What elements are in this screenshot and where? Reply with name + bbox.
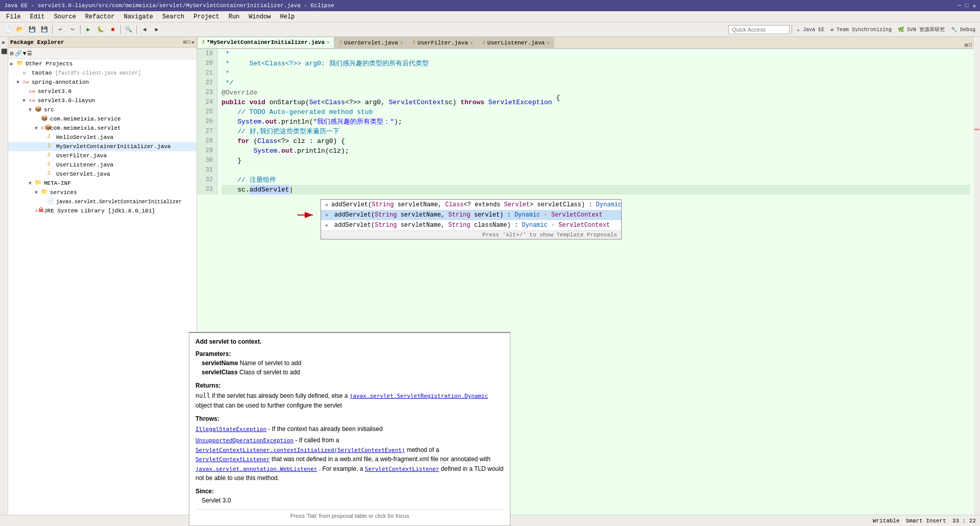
save-button[interactable]: 💾 bbox=[27, 24, 38, 35]
jd-context-initialized-link[interactable]: ServletContextListener.contextInitialize… bbox=[195, 447, 405, 453]
editor-scrollbar[interactable] bbox=[974, 37, 980, 526]
menu-run[interactable]: Run bbox=[225, 12, 244, 21]
tree-src[interactable]: ▼ 📦 src bbox=[8, 105, 197, 114]
package-icon: 📦 bbox=[41, 115, 49, 123]
ac-return-type-2: - ServletContext bbox=[544, 211, 603, 219]
run-button[interactable]: ▶ bbox=[83, 24, 94, 35]
menu-help[interactable]: Help bbox=[276, 12, 299, 21]
undo-button[interactable]: ↩ bbox=[55, 24, 66, 35]
jd-unsupported-link[interactable]: UnsupportedOperationException bbox=[195, 437, 293, 444]
new-button[interactable]: 📄 bbox=[2, 24, 13, 35]
jd-returns-suffix: object that can be used to further confi… bbox=[195, 402, 342, 409]
tree-servlet30[interactable]: ⚠☕ servlet3.0 bbox=[8, 87, 197, 96]
pe-title: Package Explorer bbox=[10, 39, 64, 45]
folder-icon: 📁 bbox=[35, 179, 43, 187]
team-sync-perspective[interactable]: ⇄ Team Synchronizing bbox=[828, 24, 894, 35]
tree-other-projects[interactable]: ▶ 📁 Other Projects bbox=[8, 59, 197, 68]
jd-weblistener-link[interactable]: javax.servlet.annotation.WebListener bbox=[195, 466, 317, 472]
pe-filter-btn[interactable]: ▼ bbox=[23, 51, 27, 57]
next-button[interactable]: ▶ bbox=[151, 24, 162, 35]
pe-maximize[interactable]: □ bbox=[187, 39, 190, 45]
tree-servlet-pkg[interactable]: ▼ ⚠📦 com.meimeixia.servlet bbox=[8, 124, 197, 133]
java-icon: J bbox=[47, 152, 55, 160]
ac-item-3[interactable]: ◈ addServlet(String servletName, String … bbox=[321, 220, 621, 230]
menu-window[interactable]: Window bbox=[244, 12, 275, 21]
tree-servlet30-liayun[interactable]: ▼ ⚠☕ servlet3.0-liayun bbox=[8, 96, 197, 105]
menu-search[interactable]: Search bbox=[158, 12, 188, 21]
menu-file[interactable]: File bbox=[2, 12, 25, 21]
quick-access-input[interactable] bbox=[728, 25, 790, 34]
tab-userservlet[interactable]: J UserServlet.java ✕ bbox=[334, 37, 408, 48]
save-all-button[interactable]: 💾 bbox=[39, 24, 50, 35]
tree-metainf[interactable]: ▼ 📁 META-INF bbox=[8, 179, 197, 188]
java-icon: J bbox=[47, 133, 55, 141]
svn-perspective[interactable]: 🌿 SVN 资源库研究 bbox=[895, 24, 947, 35]
code-line-31 bbox=[222, 165, 970, 175]
menu-navigate[interactable]: Navigate bbox=[119, 12, 157, 21]
menu-source[interactable]: Source bbox=[50, 12, 80, 21]
code-lines: * * Set<Class<?>> arg0: 我们感兴趣的类型的所有后代类型 … bbox=[217, 49, 974, 195]
left-icon-2[interactable]: ⬛ bbox=[1, 48, 8, 55]
jd-null-text: null if the servlet has already been ful… bbox=[195, 392, 350, 399]
window-title: Java EE - servlet3.0-liayun/src/com/meim… bbox=[4, 3, 334, 9]
jd-context-listener-link-2[interactable]: ServletContextListener bbox=[365, 466, 439, 472]
open-button[interactable]: 📂 bbox=[14, 24, 26, 35]
pe-link-btn[interactable]: 🔗 bbox=[15, 50, 22, 57]
javadoc-panel: Add servlet to context. Parameters: serv… bbox=[189, 332, 510, 526]
tab-label: UserListener.java bbox=[487, 40, 545, 46]
folder-icon: 📁 bbox=[41, 188, 49, 197]
tab-close[interactable]: ✕ bbox=[327, 39, 330, 45]
tree-javax-servlet[interactable]: 📄 javax.servlet.ServletContainerInitiali… bbox=[8, 197, 197, 206]
tab-close[interactable]: ✕ bbox=[470, 40, 473, 46]
pe-header: Package Explorer ⧈ □ ✕ bbox=[8, 37, 197, 48]
pe-menu-btn[interactable]: ☰ bbox=[27, 50, 32, 57]
debug-perspective[interactable]: 🔧 Debug bbox=[948, 24, 978, 35]
tab-close[interactable]: ✕ bbox=[400, 40, 403, 46]
maximize-button[interactable]: □ bbox=[965, 3, 969, 9]
close-button[interactable]: ✕ bbox=[972, 3, 976, 9]
tree-userservlet[interactable]: J UserServlet.java bbox=[8, 170, 197, 179]
tree-userlistener[interactable]: J UserListener.java bbox=[8, 160, 197, 170]
tree-services[interactable]: ▼ 📁 services bbox=[8, 188, 197, 197]
separator-2 bbox=[80, 25, 81, 34]
jd-registration-link[interactable]: javax.servlet.ServletRegistration.Dynami… bbox=[350, 393, 488, 399]
redo-button[interactable]: ↪ bbox=[67, 24, 78, 35]
menu-edit[interactable]: Edit bbox=[26, 12, 49, 21]
tree-label: UserServlet.java bbox=[56, 171, 110, 177]
code-line-26: System.out.println("我们感兴趣的所有类型："); bbox=[222, 117, 970, 127]
pe-minimize[interactable]: ⧈ bbox=[183, 39, 186, 45]
tree-myservlet[interactable]: J MyServletContainerInitializer.java bbox=[8, 142, 197, 151]
tab-myservlet[interactable]: J *MyServletContainerInitializer.java ✕ bbox=[197, 37, 334, 48]
tree-jre[interactable]: ⚠🏛 JRE System Library [jdk1.8.0_181] bbox=[8, 206, 197, 216]
pe-close[interactable]: ✕ bbox=[191, 39, 194, 45]
prev-button[interactable]: ◀ bbox=[139, 24, 150, 35]
pe-collapse-btn[interactable]: ⊟ bbox=[10, 50, 14, 57]
tab-maximize[interactable]: □ bbox=[969, 42, 972, 48]
tab-label: UserServlet.java bbox=[344, 40, 398, 46]
tree-spring[interactable]: ▼ ⚠☕ spring-annotation bbox=[8, 78, 197, 87]
code-line-21: * bbox=[222, 68, 970, 78]
tab-userlistener[interactable]: J UserListener.java ✕ bbox=[478, 37, 554, 48]
ac-item-2[interactable]: ◈ addServlet(String servletName, String … bbox=[321, 210, 621, 220]
search-button[interactable]: 🔍 bbox=[123, 24, 134, 35]
tree-userfilter[interactable]: J UserFilter.java bbox=[8, 151, 197, 160]
code-line-28: for (Class<?> clz : arg0) { bbox=[222, 136, 970, 146]
java-ee-perspective[interactable]: ☕ Java EE bbox=[794, 24, 827, 35]
tab-minimize[interactable]: ⧈ bbox=[965, 42, 968, 48]
left-icon-1[interactable]: ▶ bbox=[1, 39, 8, 46]
debug-button[interactable]: 🐛 bbox=[95, 24, 106, 35]
tree-taotao[interactable]: ☕ taotao [fastdfs-client-java master] bbox=[8, 68, 197, 78]
tab-icon: J bbox=[412, 40, 415, 45]
tree-helloservlet[interactable]: J HelloServlet.java bbox=[8, 133, 197, 142]
menu-project[interactable]: Project bbox=[189, 12, 223, 21]
tree-service-pkg[interactable]: 📦 com.meimeixia.service bbox=[8, 114, 197, 124]
tab-userfilter[interactable]: J UserFilter.java ✕ bbox=[408, 37, 478, 48]
tab-icon: J bbox=[339, 40, 342, 45]
jd-illegal-state-link[interactable]: IllegalStateException bbox=[195, 426, 266, 433]
menu-refactor[interactable]: Refactor bbox=[81, 12, 119, 21]
ac-item-1[interactable]: ◈ addServlet(String servletName, Class<?… bbox=[321, 200, 621, 210]
minimize-button[interactable]: ─ bbox=[958, 3, 961, 9]
jd-context-listener-link[interactable]: ServletContextListener bbox=[195, 456, 270, 463]
tab-close[interactable]: ✕ bbox=[547, 40, 550, 46]
stop-button[interactable]: ■ bbox=[107, 24, 118, 35]
